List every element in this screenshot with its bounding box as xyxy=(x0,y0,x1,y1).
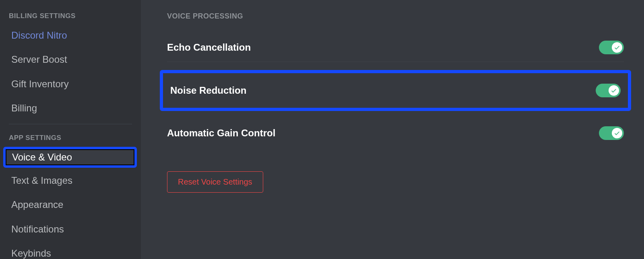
sidebar-section-app: APP SETTINGS xyxy=(0,130,141,147)
setting-label-noise-reduction: Noise Reduction xyxy=(170,85,246,96)
sidebar-item-text-images[interactable]: Text & Images xyxy=(2,170,138,192)
setting-label-echo-cancellation: Echo Cancellation xyxy=(167,42,251,53)
highlight-noise-reduction: Noise Reduction xyxy=(160,70,631,111)
sidebar-item-notifications[interactable]: Notifications xyxy=(2,219,138,240)
toggle-echo-cancellation[interactable] xyxy=(599,41,624,54)
sidebar-item-billing[interactable]: Billing xyxy=(2,98,138,119)
sidebar-item-discord-nitro[interactable]: Discord Nitro xyxy=(2,25,138,47)
sidebar-item-appearance[interactable]: Appearance xyxy=(2,194,138,216)
setting-row-echo-cancellation: Echo Cancellation xyxy=(167,33,624,62)
sidebar-section-billing: BILLING SETTINGS xyxy=(0,8,141,25)
sidebar-item-gift-inventory[interactable]: Gift Inventory xyxy=(2,74,138,95)
setting-label-automatic-gain-control: Automatic Gain Control xyxy=(167,127,275,139)
check-icon xyxy=(612,42,622,53)
setting-row-automatic-gain-control: Automatic Gain Control xyxy=(167,119,624,147)
sidebar-divider xyxy=(9,124,132,124)
sidebar-item-voice-video[interactable]: Voice & Video xyxy=(3,147,137,168)
settings-content: VOICE PROCESSING Echo Cancellation Noise… xyxy=(141,0,644,259)
check-icon xyxy=(612,128,622,138)
setting-row-noise-reduction: Noise Reduction xyxy=(168,73,623,108)
reset-voice-settings-button[interactable]: Reset Voice Settings xyxy=(167,171,263,193)
sidebar-item-keybinds[interactable]: Keybinds xyxy=(2,243,138,259)
toggle-noise-reduction[interactable] xyxy=(596,84,621,97)
sidebar-item-server-boost[interactable]: Server Boost xyxy=(2,49,138,71)
app-root: BILLING SETTINGS Discord Nitro Server Bo… xyxy=(0,0,644,259)
voice-processing-header: VOICE PROCESSING xyxy=(167,12,624,21)
check-icon xyxy=(609,85,619,96)
toggle-automatic-gain-control[interactable] xyxy=(599,126,624,140)
settings-sidebar: BILLING SETTINGS Discord Nitro Server Bo… xyxy=(0,0,141,259)
